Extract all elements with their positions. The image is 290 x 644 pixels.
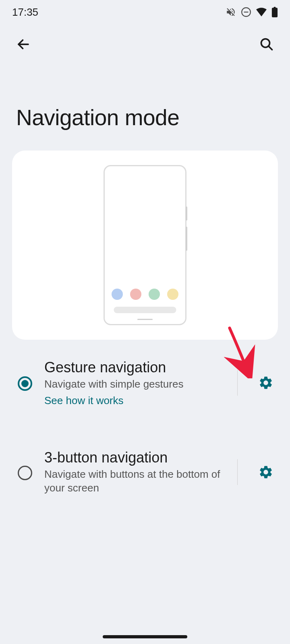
option-subtitle: Navigate with simple gestures: [44, 378, 221, 391]
mute-icon: [226, 7, 236, 17]
option-subtitle: Navigate with buttons at the bottom of y…: [44, 468, 221, 495]
app-dot-yellow: [167, 289, 178, 300]
search-icon: [259, 37, 274, 52]
wifi-icon: [256, 8, 267, 17]
app-dot-red: [130, 289, 141, 300]
phone-apps-row: [105, 289, 185, 300]
search-button[interactable]: [257, 35, 276, 54]
phone-search-bar: [114, 307, 176, 313]
option-three-button-navigation[interactable]: 3-button navigation Navigate with button…: [0, 441, 290, 503]
status-icons: [226, 7, 278, 17]
phone-volume-button: [186, 227, 187, 251]
radio-gesture-checked[interactable]: [18, 376, 32, 391]
option-link[interactable]: See how it works: [44, 394, 221, 407]
divider: [237, 459, 238, 485]
header-bar: [0, 24, 290, 64]
svg-line-6: [269, 46, 272, 50]
option-text-container: Gesture navigation Navigate with simple …: [44, 359, 221, 407]
gear-icon: [258, 464, 273, 480]
divider: [237, 370, 238, 396]
option-title: 3-button navigation: [44, 449, 221, 466]
phone-nav-indicator: [137, 319, 153, 320]
gear-icon: [258, 375, 273, 390]
svg-rect-3: [274, 7, 276, 8]
status-bar: 17:35: [0, 0, 290, 24]
navigation-bar-indicator[interactable]: [103, 635, 187, 638]
option-gesture-navigation[interactable]: Gesture navigation Navigate with simple …: [0, 351, 290, 415]
gesture-settings-button[interactable]: [254, 371, 278, 395]
app-dot-blue: [112, 289, 123, 300]
svg-rect-2: [272, 8, 278, 17]
arrow-left-icon: [16, 37, 31, 52]
preview-card: [12, 151, 278, 340]
option-title: Gesture navigation: [44, 359, 221, 376]
page-title: Navigation mode: [0, 64, 290, 151]
app-dot-green: [149, 289, 160, 300]
radio-three-button-unchecked[interactable]: [18, 466, 32, 480]
dnd-icon: [241, 7, 251, 17]
battery-icon: [271, 7, 278, 17]
phone-power-button: [186, 206, 187, 221]
phone-mockup: [104, 165, 186, 325]
back-button[interactable]: [14, 35, 33, 54]
three-button-settings-button[interactable]: [254, 460, 278, 484]
status-time: 17:35: [12, 6, 38, 19]
option-text-container: 3-button navigation Navigate with button…: [44, 449, 221, 495]
